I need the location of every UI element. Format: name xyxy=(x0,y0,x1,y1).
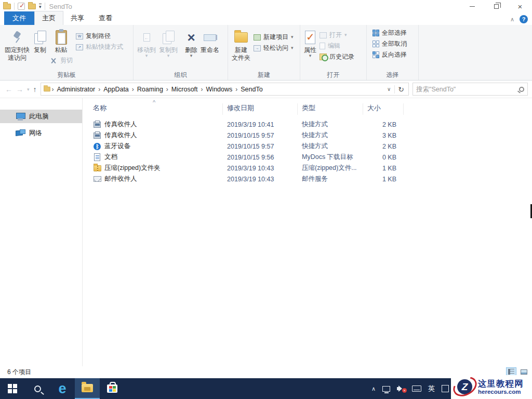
search-input[interactable] xyxy=(416,86,519,93)
refresh-icon[interactable]: ↻ xyxy=(394,85,407,94)
pin-icon xyxy=(14,32,21,43)
file-row[interactable]: 传真收件人 2019/3/19 10:41 快捷方式 2 KB xyxy=(83,119,532,130)
clipboard-group-label: 剪贴板 xyxy=(0,71,133,80)
ime-indicator[interactable]: 英 xyxy=(428,384,435,393)
sidebar-item-this-pc[interactable]: 此电脑 xyxy=(0,110,82,123)
close-button[interactable]: × xyxy=(508,0,532,12)
help-button[interactable]: ? xyxy=(520,15,528,23)
copy-button[interactable]: 复制 xyxy=(32,28,48,55)
watermark-logo: Z xyxy=(453,377,477,397)
crumb-separator: › xyxy=(165,86,169,93)
store-button[interactable] xyxy=(100,378,125,399)
column-header-type[interactable]: 类型 xyxy=(298,103,363,115)
recent-locations-chevron-icon[interactable]: ▾ xyxy=(27,87,30,92)
watermark-swoosh-icon xyxy=(450,373,480,399)
speaker-muted-icon[interactable]: × xyxy=(397,385,405,392)
crumb-separator: › xyxy=(131,86,135,93)
rename-icon xyxy=(204,34,216,41)
column-headers: ^ 名称 修改日期 类型 大小 xyxy=(83,101,532,115)
easy-access-button[interactable]: → 轻松访问▾ xyxy=(252,43,295,54)
scissors-icon xyxy=(49,57,58,64)
restore-icon xyxy=(494,4,499,9)
zip-folder-icon xyxy=(94,165,101,171)
sort-ascending-icon: ^ xyxy=(153,99,155,105)
search-box[interactable] xyxy=(413,83,528,96)
title-bar: ▾ SendTo × xyxy=(0,0,532,12)
crumb-microsoft[interactable]: Microsoft xyxy=(169,84,200,95)
file-row[interactable]: 压缩(zipped)文件夹 2019/3/19 10:43 压缩(zipped)… xyxy=(83,163,532,174)
move-to-button[interactable]: 移动到▾ xyxy=(136,28,157,59)
back-button[interactable]: ← xyxy=(5,85,12,94)
edge-button[interactable]: e xyxy=(50,378,75,399)
tab-home[interactable]: 主页 xyxy=(34,11,63,25)
bluetooth-icon xyxy=(94,143,101,150)
close-icon: × xyxy=(518,3,523,10)
properties-button[interactable]: 属性▾ xyxy=(302,28,318,59)
rename-button[interactable]: 重命名 xyxy=(199,28,221,55)
customize-qat-chevron-icon[interactable]: ▾ xyxy=(39,4,42,9)
minimize-button[interactable] xyxy=(460,0,484,12)
new-item-button[interactable]: 新建项目▾ xyxy=(252,32,295,43)
file-row[interactable]: 传真收件人 2019/10/15 9:57 快捷方式 3 KB xyxy=(83,130,532,141)
partially-hidden-tray-icon[interactable] xyxy=(442,385,449,392)
touch-keyboard-icon[interactable] xyxy=(412,385,421,392)
large-icons-view-icon xyxy=(521,369,527,375)
crumb-roaming[interactable]: Roaming xyxy=(135,84,165,95)
open-button[interactable]: 打开▾ xyxy=(318,30,356,41)
app-folder-icon xyxy=(3,4,11,9)
delete-button[interactable]: × 删除▾ xyxy=(183,28,199,59)
new-folder-button[interactable]: 新建 文件夹 xyxy=(230,28,252,63)
column-header-date[interactable]: 修改日期 xyxy=(223,103,298,115)
up-button[interactable]: ↑ xyxy=(33,85,37,94)
tab-view[interactable]: 查看 xyxy=(91,11,119,25)
windows-logo-icon xyxy=(8,384,17,393)
tab-share[interactable]: 共享 xyxy=(63,11,91,25)
crumb-appdata[interactable]: AppData xyxy=(101,84,131,95)
paste-shortcut-button[interactable]: ↗ 粘贴快捷方式 xyxy=(74,42,125,52)
address-dropdown-chevron-icon[interactable]: ∨ xyxy=(383,86,394,92)
select-none-button[interactable]: 全部取消 xyxy=(371,38,408,49)
start-button[interactable] xyxy=(0,378,25,399)
watermark: Z 这里教程网 herecours.com xyxy=(451,375,532,399)
history-button[interactable]: 历史记录 xyxy=(318,51,356,62)
crumb-windows[interactable]: Windows xyxy=(204,84,235,95)
new-folder-qat-icon[interactable] xyxy=(28,4,36,9)
forward-button[interactable]: → xyxy=(16,85,23,94)
search-icon[interactable] xyxy=(519,87,524,92)
watermark-site-url: herecours.com xyxy=(478,389,524,395)
address-breadcrumb[interactable]: › Administrator › AppData › Roaming › Mi… xyxy=(41,83,409,96)
tray-expand-chevron-icon[interactable]: ∧ xyxy=(371,385,376,392)
pin-to-quick-access-button[interactable]: 固定到快速访问 xyxy=(2,28,32,63)
file-row[interactable]: 蓝牙设备 2019/10/15 9:57 快捷方式 2 KB xyxy=(83,141,532,152)
properties-icon xyxy=(305,31,315,44)
crumb-separator: › xyxy=(97,86,101,93)
file-row[interactable]: 邮件收件人 2019/3/19 10:43 邮件服务 1 KB xyxy=(83,174,532,184)
fax-icon xyxy=(94,122,101,128)
file-explorer-button[interactable] xyxy=(75,378,100,399)
this-pc-icon xyxy=(16,113,25,120)
cut-button[interactable]: 剪切 xyxy=(48,55,74,66)
edit-button[interactable]: 编辑 xyxy=(318,41,356,51)
ribbon-group-clipboard: 固定到快速访问 复制 粘贴 剪切 xyxy=(0,25,134,80)
properties-qat-icon[interactable] xyxy=(18,3,25,10)
network-display-tray-icon[interactable] xyxy=(382,386,390,392)
copy-to-button[interactable]: 复制到▾ xyxy=(157,28,179,59)
copy-path-button[interactable]: W 复制路径 xyxy=(74,31,125,42)
quick-access-toolbar: ▾ xyxy=(3,3,45,10)
copy-to-icon xyxy=(163,31,174,44)
fax-icon xyxy=(94,132,101,139)
invert-selection-button[interactable]: 反向选择 xyxy=(371,49,408,60)
column-header-size[interactable]: 大小 xyxy=(363,103,404,115)
taskbar-search-button[interactable] xyxy=(25,378,50,399)
select-all-button[interactable]: 全部选择 xyxy=(371,28,408,38)
file-row[interactable]: 文档 2019/10/15 9:56 MyDocs 下载目标 0 KB xyxy=(83,152,532,163)
sidebar-item-network[interactable]: 网络 xyxy=(0,126,82,140)
restore-button[interactable] xyxy=(484,0,508,12)
collapse-ribbon-icon[interactable]: ∧ xyxy=(510,16,514,23)
tab-file[interactable]: 文件 xyxy=(4,11,34,25)
crumb-administrator[interactable]: Administrator xyxy=(55,84,98,95)
select-all-icon xyxy=(373,30,379,36)
crumb-sendto[interactable]: SendTo xyxy=(238,84,264,95)
new-folder-icon xyxy=(234,32,248,43)
paste-button[interactable]: 粘贴 xyxy=(54,28,69,55)
